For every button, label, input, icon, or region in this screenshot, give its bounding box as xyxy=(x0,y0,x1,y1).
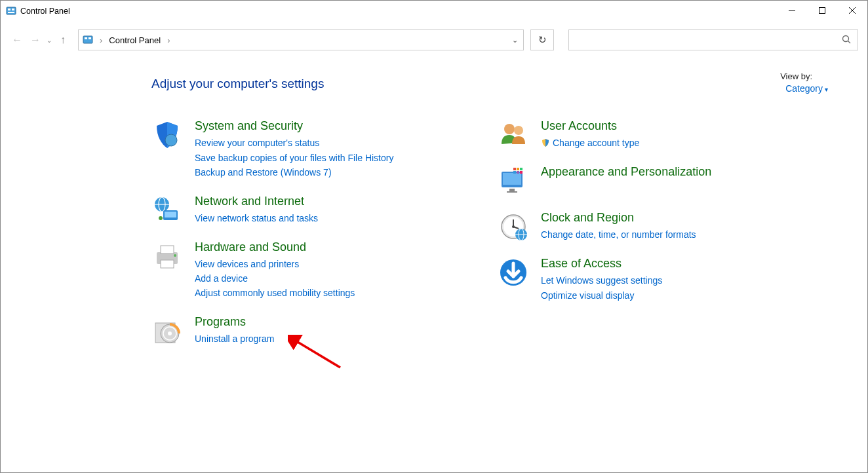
up-button[interactable]: ↑ xyxy=(56,33,70,47)
svg-rect-10 xyxy=(89,37,91,39)
svg-rect-38 xyxy=(517,171,519,174)
view-by-dropdown[interactable]: Category▾ xyxy=(785,81,828,96)
category-ease-of-access: Ease of AccessLet Windows suggest settin… xyxy=(498,257,828,303)
svg-point-13 xyxy=(165,134,177,146)
category-link[interactable]: Add a device xyxy=(195,271,355,286)
title-bar: Control Panel xyxy=(1,1,867,22)
svg-point-28 xyxy=(504,124,515,134)
category-link[interactable]: Uninstall a program xyxy=(195,331,274,346)
svg-point-19 xyxy=(159,216,163,220)
category-network-internet: Network and InternetView network status … xyxy=(151,195,482,226)
svg-rect-1 xyxy=(8,9,10,10)
svg-rect-39 xyxy=(520,171,523,174)
clock-icon xyxy=(498,211,529,242)
svg-rect-35 xyxy=(517,168,519,170)
breadcrumb-segment[interactable]: Control Panel xyxy=(109,35,161,45)
category-link[interactable]: Adjust commonly used mobility settings xyxy=(195,286,355,300)
category-link[interactable]: Change date, time, or number formats xyxy=(541,227,696,242)
appearance-icon xyxy=(498,165,529,197)
category-link[interactable]: Backup and Restore (Windows 7) xyxy=(195,165,393,180)
window-title: Control Panel xyxy=(20,7,70,16)
maximize-button[interactable] xyxy=(807,1,837,20)
svg-point-23 xyxy=(174,254,176,257)
category-user-accounts: User AccountsChange account type xyxy=(498,119,828,151)
control-panel-icon xyxy=(83,35,93,45)
forward-button[interactable]: → xyxy=(28,33,43,47)
category-link[interactable]: View network status and tasks xyxy=(195,211,318,225)
category-link[interactable]: Optimize visual display xyxy=(541,288,662,303)
category-title[interactable]: Clock and Region xyxy=(541,211,634,225)
ease-icon xyxy=(498,257,529,288)
category-link[interactable]: View devices and printers xyxy=(195,257,355,271)
category-programs: ProgramsUninstall a program xyxy=(151,315,482,347)
category-link[interactable]: Review your computer's status xyxy=(195,136,393,150)
view-by-control: View by: Category▾ xyxy=(780,71,828,96)
svg-rect-3 xyxy=(8,12,14,13)
chevron-right-icon[interactable]: › xyxy=(165,35,172,45)
svg-rect-21 xyxy=(161,246,174,254)
content-area: Adjust your computer's settings View by:… xyxy=(1,53,867,361)
address-history-dropdown[interactable]: ⌄ xyxy=(512,36,518,45)
category-title[interactable]: System and Security xyxy=(195,119,303,133)
svg-point-11 xyxy=(843,35,849,41)
svg-rect-32 xyxy=(509,189,515,191)
uac-shield-icon xyxy=(541,137,550,146)
category-title[interactable]: User Accounts xyxy=(541,119,617,133)
category-appearance: Appearance and Personalization xyxy=(498,165,828,197)
window-controls xyxy=(777,1,867,20)
category-link[interactable]: Let Windows suggest settings xyxy=(541,273,662,288)
svg-rect-8 xyxy=(83,36,92,43)
svg-line-12 xyxy=(848,41,851,43)
category-link[interactable]: Change account type xyxy=(541,136,639,150)
search-icon xyxy=(842,35,851,46)
svg-point-44 xyxy=(512,225,515,228)
shield-icon xyxy=(151,119,183,151)
page-heading: Adjust your computer's settings xyxy=(151,77,324,91)
svg-rect-2 xyxy=(12,9,14,10)
svg-rect-31 xyxy=(503,173,521,185)
svg-point-29 xyxy=(514,126,523,135)
svg-rect-9 xyxy=(85,37,87,39)
network-icon xyxy=(151,195,183,226)
back-button[interactable]: ← xyxy=(10,33,24,47)
chevron-down-icon: ▾ xyxy=(825,86,828,93)
svg-rect-34 xyxy=(513,168,516,170)
address-bar[interactable]: › Control Panel › ⌄ xyxy=(78,29,524,50)
svg-rect-33 xyxy=(507,191,517,193)
svg-rect-18 xyxy=(165,212,176,218)
recent-locations-dropdown[interactable]: ⌄ xyxy=(47,37,52,44)
svg-rect-5 xyxy=(819,8,825,14)
minimize-button[interactable] xyxy=(777,1,807,20)
category-system-security: System and SecurityReview your computer'… xyxy=(151,119,482,180)
category-title[interactable]: Appearance and Personalization xyxy=(541,165,711,179)
category-clock-region: Clock and RegionChange date, time, or nu… xyxy=(498,211,828,242)
category-title[interactable]: Programs xyxy=(195,315,246,329)
svg-rect-22 xyxy=(161,260,174,268)
category-title[interactable]: Ease of Access xyxy=(541,257,621,271)
control-panel-icon xyxy=(6,6,16,16)
svg-rect-0 xyxy=(7,7,16,14)
disc-icon xyxy=(151,315,183,347)
refresh-button[interactable]: ↻ xyxy=(530,29,554,50)
svg-rect-36 xyxy=(520,168,523,170)
navigation-bar: ← → ⌄ ↑ › Control Panel › ⌄ ↻ xyxy=(1,27,867,53)
close-button[interactable] xyxy=(837,1,867,20)
category-hardware-sound: Hardware and SoundView devices and print… xyxy=(151,240,482,301)
printer-icon xyxy=(151,240,183,272)
svg-rect-37 xyxy=(513,171,516,174)
svg-point-27 xyxy=(168,331,172,335)
search-input[interactable] xyxy=(574,35,852,45)
category-link[interactable]: Save backup copies of your files with Fi… xyxy=(195,151,393,165)
view-by-label: View by: xyxy=(780,71,812,81)
category-title[interactable]: Hardware and Sound xyxy=(195,240,306,254)
search-box[interactable] xyxy=(568,29,858,50)
users-icon xyxy=(498,119,529,151)
category-title[interactable]: Network and Internet xyxy=(195,195,304,208)
chevron-right-icon[interactable]: › xyxy=(97,35,105,45)
